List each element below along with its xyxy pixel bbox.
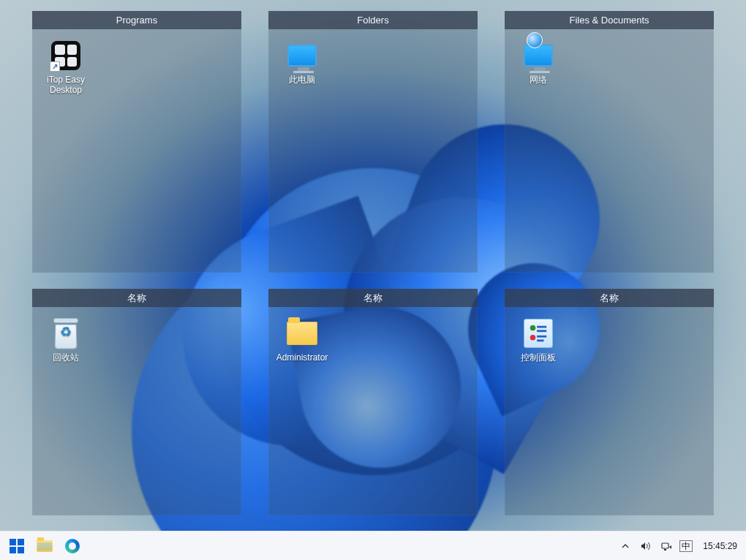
tray-clock[interactable]: 15:45:29 xyxy=(698,541,742,551)
fence-body-name-2: Administrator xyxy=(268,307,478,373)
desktop-icon-label: iTop Easy Desktop xyxy=(38,75,94,95)
svg-rect-4 xyxy=(537,336,546,338)
recycle-bin-icon: ♻ xyxy=(50,317,82,349)
desktop[interactable]: Programs ↗ iTop Easy Desktop Folders 此电脑 xyxy=(0,0,746,531)
file-explorer-icon xyxy=(37,540,53,552)
fence-header-folders[interactable]: Folders xyxy=(268,11,478,29)
fence-header-name-3[interactable]: 名称 xyxy=(505,289,714,307)
chevron-up-icon xyxy=(621,542,630,550)
network-status-icon xyxy=(660,540,672,552)
fence-header-name-2[interactable]: 名称 xyxy=(268,289,478,307)
desktop-icon-this-pc[interactable]: 此电脑 xyxy=(274,37,330,88)
fence-body-programs: ↗ iTop Easy Desktop xyxy=(32,29,241,105)
fence-name-2[interactable]: 名称 Administrator xyxy=(268,289,478,515)
svg-rect-7 xyxy=(664,549,666,550)
svg-point-0 xyxy=(530,325,536,331)
taskbar-left xyxy=(4,534,85,559)
svg-rect-1 xyxy=(537,326,546,328)
fence-header-programs[interactable]: Programs xyxy=(32,11,241,29)
svg-rect-2 xyxy=(537,330,546,332)
fence-body-files: 网络 xyxy=(505,29,714,95)
edge-icon xyxy=(65,539,80,553)
fence-name-1[interactable]: 名称 ♻ 回收站 xyxy=(32,289,241,515)
svg-rect-6 xyxy=(662,543,668,548)
fence-body-folders: 此电脑 xyxy=(268,29,478,95)
taskbar-file-explorer[interactable] xyxy=(32,534,57,559)
svg-point-3 xyxy=(530,335,536,341)
taskbar: 中 15:45:29 xyxy=(0,531,746,560)
windows-logo-icon xyxy=(10,539,24,553)
control-panel-icon xyxy=(522,317,554,349)
fence-folders[interactable]: Folders 此电脑 xyxy=(268,11,478,273)
fence-files-documents[interactable]: Files & Documents 网络 xyxy=(505,11,714,273)
desktop-icon-network[interactable]: 网络 xyxy=(510,37,566,88)
desktop-icon-label: 网络 xyxy=(510,75,566,85)
tray-overflow[interactable] xyxy=(618,534,633,558)
fence-header-files[interactable]: Files & Documents xyxy=(505,11,714,29)
fence-name-3[interactable]: 名称 控制面板 xyxy=(505,289,714,515)
desktop-icon-administrator[interactable]: Administrator xyxy=(274,314,330,366)
fence-body-name-3: 控制面板 xyxy=(505,307,714,373)
this-pc-icon xyxy=(286,39,318,72)
tray-ime[interactable]: 中 xyxy=(679,540,693,552)
desktop-icon-itop-easy-desktop[interactable]: ↗ iTop Easy Desktop xyxy=(38,37,94,98)
desktop-icon-label: 回收站 xyxy=(38,352,94,363)
desktop-icon-label: 控制面板 xyxy=(510,352,566,363)
desktop-icon-label: Administrator xyxy=(274,352,330,363)
fence-body-name-1: ♻ 回收站 xyxy=(32,307,241,373)
desktop-icon-control-panel[interactable]: 控制面板 xyxy=(510,314,566,366)
start-button[interactable] xyxy=(4,534,29,559)
taskbar-tray: 中 15:45:29 xyxy=(618,534,742,558)
shortcut-arrow-icon: ↗ xyxy=(50,61,60,72)
desktop-icon-recycle-bin[interactable]: ♻ 回收站 xyxy=(38,314,94,366)
tray-volume[interactable] xyxy=(638,534,653,558)
speaker-icon xyxy=(640,540,652,552)
folder-icon xyxy=(286,317,318,349)
fence-programs[interactable]: Programs ↗ iTop Easy Desktop xyxy=(32,11,241,273)
taskbar-edge[interactable] xyxy=(60,534,85,559)
fence-header-name-1[interactable]: 名称 xyxy=(32,289,241,307)
desktop-icon-label: 此电脑 xyxy=(274,75,330,85)
tray-network[interactable] xyxy=(659,534,674,558)
network-icon xyxy=(522,39,554,72)
itop-icon: ↗ xyxy=(50,39,82,72)
svg-rect-5 xyxy=(537,339,543,341)
